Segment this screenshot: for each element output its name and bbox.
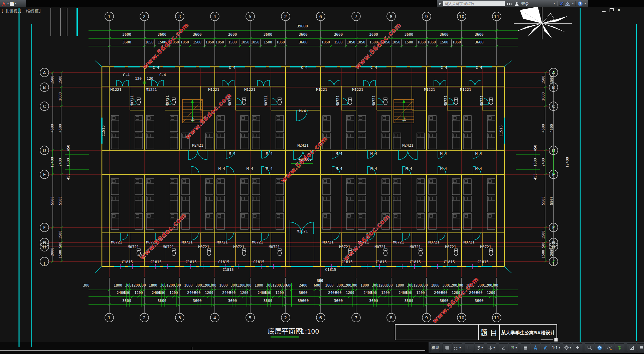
svg-text:1800: 1800 (360, 283, 369, 287)
svg-text:300: 300 (372, 283, 378, 287)
svg-text:5: 5 (249, 315, 252, 320)
polar-tracking-icon-caret[interactable]: ▾ (481, 346, 483, 349)
svg-text:39600: 39600 (297, 24, 308, 28)
object-snap-tracking-icon[interactable] (585, 343, 594, 352)
svg-text:M0721: M0721 (444, 95, 448, 106)
svg-text:1800: 1800 (255, 283, 263, 287)
annotation-scale-icon-caret[interactable]: ▾ (559, 346, 560, 349)
exchange-apps-icon[interactable]: X (559, 1, 563, 6)
auto-annotation-icon[interactable] (541, 343, 550, 352)
viewport-controls-label[interactable]: [-][俯视][二维线框] (2, 8, 41, 14)
annotation-visibility-icon (533, 345, 538, 350)
qat-caret-icon[interactable]: ▾ (15, 2, 16, 5)
autocad-logo-icon[interactable] (1, 1, 6, 6)
svg-text:2400: 2400 (299, 283, 307, 287)
svg-text:M-4: M-4 (440, 167, 447, 171)
object-snap-icon[interactable]: ▾ (509, 343, 518, 352)
svg-text:3600: 3600 (475, 32, 484, 37)
model-button[interactable]: 模型 (431, 343, 440, 352)
annotation-scale-icon-label: 1:1 (551, 346, 558, 350)
svg-text:19400: 19400 (50, 157, 54, 168)
svg-text:600: 600 (229, 291, 236, 295)
object-snap-icon-caret[interactable]: ▾ (515, 346, 517, 349)
svg-text:C-4: C-4 (441, 65, 447, 70)
svg-text:F: F (552, 225, 554, 230)
svg-text:1050: 1050 (276, 40, 285, 44)
customize-icon[interactable] (573, 343, 582, 352)
menu-icon[interactable] (637, 343, 644, 352)
svg-text:M2421: M2421 (402, 143, 413, 148)
performance-icon[interactable] (605, 343, 614, 352)
search-input[interactable] (443, 1, 505, 7)
svg-text:1: 1 (108, 315, 111, 320)
svg-text:D: D (552, 148, 555, 153)
svg-text:M1221: M1221 (208, 87, 219, 92)
svg-text:1050: 1050 (251, 40, 259, 44)
snap-mode-icon-caret[interactable]: ▾ (459, 346, 461, 349)
svg-text:1050: 1050 (145, 40, 153, 44)
svg-text:E: E (43, 172, 46, 177)
close-icon[interactable]: ✕ (617, 8, 621, 12)
svg-text:600: 600 (159, 291, 165, 295)
object-snap-tracking-icon (587, 345, 592, 350)
search-binoculars-icon[interactable] (507, 1, 512, 6)
help-caret-icon[interactable]: ▾ (585, 2, 586, 5)
lineweight-icon[interactable] (521, 343, 530, 352)
svg-text:2: 2 (284, 315, 287, 320)
annotation-visibility-icon[interactable] (531, 343, 540, 352)
svg-text:C1815: C1815 (222, 268, 233, 272)
svg-text:300: 300 (337, 283, 343, 287)
svg-text:300: 300 (492, 283, 498, 287)
a360-icon[interactable] (565, 1, 570, 6)
help-icon[interactable]: ? (578, 1, 583, 6)
restore-icon[interactable] (610, 8, 613, 12)
svg-text:1200: 1200 (237, 283, 245, 287)
clean-screen-icon[interactable] (595, 343, 604, 352)
isometric-drafting-icon-caret[interactable]: ▾ (493, 346, 495, 349)
svg-text:M1B21: M1B21 (297, 229, 308, 233)
svg-text:1050: 1050 (392, 40, 400, 44)
svg-text:M-4: M-4 (247, 167, 253, 171)
svg-text:1200: 1200 (449, 283, 457, 287)
annotation-monitor-icon[interactable] (499, 343, 508, 352)
logo-menu-caret-icon[interactable]: ▾ (7, 2, 9, 5)
svg-text:C1515: C1515 (499, 125, 503, 136)
annotation-monitor-icon (501, 345, 506, 350)
save-settings-icon[interactable] (615, 343, 624, 352)
svg-text:C1815: C1815 (325, 268, 336, 272)
workspace-settings-icon-caret[interactable]: ▾ (570, 346, 571, 349)
svg-text:6: 6 (319, 14, 322, 19)
login-caret-icon[interactable]: ▾ (553, 2, 555, 5)
svg-text:M0721: M0721 (252, 240, 263, 244)
svg-text:M0721: M0721 (445, 245, 456, 249)
user-icon[interactable] (514, 1, 519, 6)
snap-mode-icon[interactable]: ▾ (453, 343, 462, 352)
login-button[interactable]: 登录 (521, 1, 529, 7)
svg-text:1200: 1200 (202, 283, 210, 287)
svg-text:M-4: M-4 (229, 152, 235, 156)
svg-text:3600: 3600 (440, 32, 449, 37)
drawing-canvas[interactable]: 3960036003600360036003600360036003600360… (0, 0, 644, 354)
minimize-icon[interactable] (602, 8, 606, 12)
svg-text:5500: 5500 (541, 196, 545, 205)
fullscreen-icon[interactable] (627, 343, 636, 352)
a360-caret-icon[interactable]: ▾ (572, 2, 574, 5)
isometric-drafting-icon[interactable]: ▾ (487, 343, 496, 352)
svg-text:1500: 1500 (193, 40, 201, 44)
annotation-scale-icon[interactable]: 1:1▾ (551, 343, 560, 352)
workspace-settings-icon[interactable]: ▾ (563, 343, 572, 352)
svg-text:M0721: M0721 (374, 245, 385, 249)
svg-text:C1815: C1815 (410, 260, 421, 264)
svg-text:M1221: M1221 (460, 87, 471, 92)
svg-text:450: 450 (66, 174, 70, 180)
svg-text:3600: 3600 (299, 291, 308, 295)
workspace-switch-icon[interactable] (10, 2, 14, 6)
svg-text:1500: 1500 (541, 250, 545, 258)
grid-display-icon[interactable] (443, 343, 452, 352)
svg-text:2: 2 (143, 14, 146, 19)
svg-text:M0721: M0721 (111, 240, 122, 244)
ortho-icon[interactable] (465, 343, 474, 352)
polar-tracking-icon[interactable]: ▾ (475, 343, 484, 352)
infocenter-expand-icon[interactable] (439, 2, 441, 5)
svg-text:M0721: M0721 (480, 95, 484, 106)
